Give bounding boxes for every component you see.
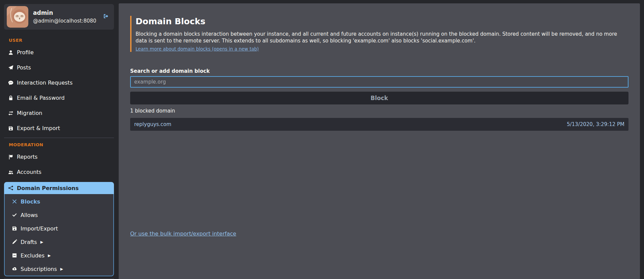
flag-icon — [8, 154, 13, 160]
app-root: admin @admin@localhost:8080 USER Profile — [0, 0, 644, 279]
sidebar-item-label: Accounts — [17, 169, 41, 175]
caret-right-icon: ▶ — [48, 254, 51, 257]
section-divider — [4, 137, 114, 138]
sidebar-item-domain-permissions[interactable]: Domain Permissions — [4, 182, 114, 194]
sidebar-item-label: Profile — [17, 49, 34, 56]
submenu-item-label: Blocks — [21, 198, 40, 205]
learn-more-link[interactable]: Learn more about domain blocks (opens in… — [136, 46, 259, 52]
share-nodes-icon — [8, 185, 13, 191]
user-icon — [8, 50, 13, 55]
floppy-icon — [8, 126, 13, 131]
submenu-item-subscriptions[interactable]: Subscriptions ▶ — [5, 262, 113, 276]
user-card: admin @admin@localhost:8080 — [4, 4, 114, 30]
sidebar-item-label: Interaction Requests — [17, 80, 72, 86]
check-icon — [12, 212, 17, 218]
sidebar-item-accounts[interactable]: Accounts — [4, 164, 114, 180]
floppy-icon — [12, 226, 17, 231]
page-description: Blocking a domain blocks interaction bet… — [136, 31, 628, 44]
submenu-item-label: Excludes — [21, 252, 45, 259]
sign-out-icon — [103, 13, 109, 20]
domain-link[interactable]: replyguys.com — [134, 121, 171, 127]
blocked-domain-row[interactable]: replyguys.com 5/13/2020, 3:29:12 PM — [130, 118, 628, 131]
submenu-item-blocks[interactable]: Blocks — [5, 195, 113, 208]
bulk-import-export-link[interactable]: Or use the bulk import/export interface — [130, 230, 236, 237]
sidebar: admin @admin@localhost:8080 USER Profile — [4, 4, 114, 279]
users-icon — [8, 169, 13, 175]
pencil-icon — [12, 239, 17, 245]
caret-right-icon: ▶ — [60, 267, 63, 271]
user-info: admin @admin@localhost:8080 — [33, 9, 96, 25]
sidebar-item-label: Email & Password — [17, 95, 65, 101]
cloud-download-icon — [12, 266, 17, 272]
sidebar-item-label: Posts — [17, 64, 31, 71]
section-heading-user: USER — [9, 38, 114, 43]
sidebar-item-label: Reports — [17, 154, 37, 160]
domain-search-input[interactable] — [130, 76, 628, 88]
page-title: Domain Blocks — [136, 16, 628, 27]
sidebar-item-label: Migration — [17, 110, 42, 116]
sidebar-item-label: Export & Import — [17, 125, 60, 131]
page-header: Domain Blocks Blocking a domain blocks i… — [130, 16, 628, 52]
paper-plane-icon — [8, 65, 13, 70]
submenu-item-import-export[interactable]: Import/Export — [5, 222, 113, 235]
avatar — [7, 6, 28, 28]
comment-icon — [8, 80, 13, 86]
sidebar-item-label: Domain Permissions — [17, 185, 79, 191]
exchange-icon — [8, 111, 13, 116]
domain-block-form: Search or add domain block Block — [130, 68, 628, 104]
domain-blocks-panel: Domain Blocks Blocking a domain blocks i… — [119, 3, 640, 279]
caret-right-icon: ▶ — [40, 240, 43, 244]
user-handle: @admin@localhost:8080 — [33, 18, 96, 25]
submenu-item-allows[interactable]: Allows — [5, 208, 113, 222]
submenu-item-label: Allows — [21, 212, 38, 218]
submenu-item-label: Drafts — [21, 239, 37, 245]
x-icon — [12, 199, 17, 204]
minus-square-icon — [12, 253, 17, 258]
sidebar-item-profile[interactable]: Profile — [4, 45, 114, 60]
sidebar-item-export-import[interactable]: Export & Import — [4, 121, 114, 136]
submenu-item-excludes[interactable]: Excludes ▶ — [5, 249, 113, 262]
sidebar-item-reports[interactable]: Reports — [4, 149, 114, 164]
sidebar-nav: USER Profile Posts Interaction Requests — [4, 38, 114, 279]
submenu-item-drafts[interactable]: Drafts ▶ — [5, 235, 113, 249]
sidebar-item-posts[interactable]: Posts — [4, 60, 114, 75]
domain-permissions-submenu: Blocks Allows Import/Export — [4, 194, 114, 276]
logout-button[interactable] — [103, 13, 109, 20]
lock-icon — [8, 95, 13, 101]
block-date: 5/13/2020, 3:29:12 PM — [567, 121, 624, 127]
submenu-item-label: Import/Export — [21, 225, 58, 232]
submenu-item-label: Subscriptions — [21, 266, 57, 272]
sidebar-item-interaction-requests[interactable]: Interaction Requests — [4, 75, 114, 90]
section-heading-moderation: MODERATION — [9, 142, 114, 147]
blocked-domain-count: 1 blocked domain — [130, 108, 628, 114]
sidebar-item-migration[interactable]: Migration — [4, 105, 114, 121]
block-button[interactable]: Block — [130, 92, 628, 104]
search-label: Search or add domain block — [130, 68, 628, 74]
user-name: admin — [33, 9, 96, 17]
sidebar-item-email-password[interactable]: Email & Password — [4, 90, 114, 105]
